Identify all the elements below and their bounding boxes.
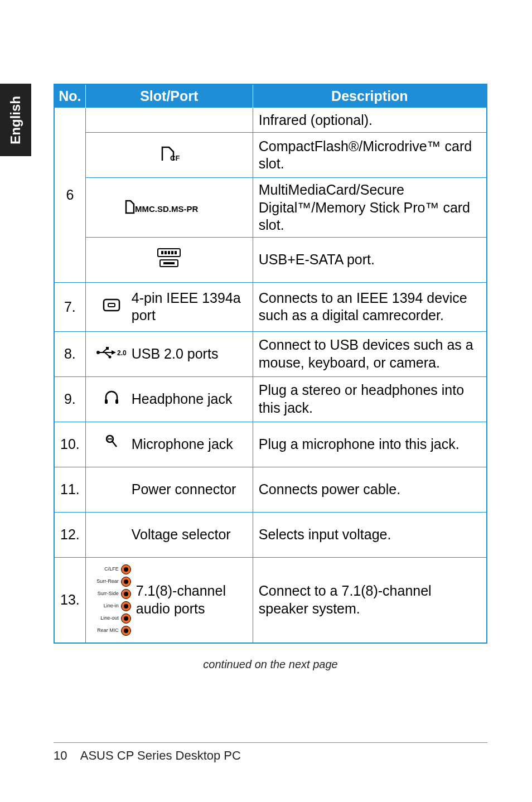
svg-rect-21 <box>115 399 118 404</box>
description-cell: Connects to an IEEE 1394 device such as … <box>253 283 487 332</box>
description-cell: MultiMediaCard/Secure Digital™/Memory St… <box>253 178 487 238</box>
svg-rect-10 <box>104 299 119 311</box>
description-cell: Connect to a 7.1(8)-channel speaker syst… <box>253 557 487 643</box>
table-row: 11. Power connector Connects power cable… <box>54 467 487 512</box>
slotport-cell: 2.0 USB 2.0 ports <box>85 331 253 376</box>
audio-jack-icon <box>121 626 131 636</box>
table-row: 10. <box>54 422 487 467</box>
slot-label: Headphone jack <box>132 387 247 411</box>
firewire-icon <box>103 298 120 316</box>
continued-caption: continued on the next page <box>54 658 487 671</box>
microphone-icon <box>104 434 119 454</box>
svg-rect-15 <box>106 347 109 350</box>
main-content: No. Slot/Port Description 6 Infrared (op… <box>54 84 487 671</box>
audio-port-label: Surr-Side <box>96 591 119 597</box>
table-row: 13. C/LFE Surr-Rear Surr-Side Line-in Li… <box>54 557 487 643</box>
audio-jack-icon <box>121 577 131 587</box>
row-num: 12. <box>54 512 85 557</box>
audio-port-label: Line-in <box>96 603 119 609</box>
slot-label: 4-pin IEEE 1394a port <box>132 286 247 328</box>
description-cell: USB+E-SATA port. <box>253 238 487 283</box>
svg-point-17 <box>108 355 111 358</box>
svg-rect-9 <box>163 262 175 264</box>
footer-title: ASUS CP Series Desktop PC <box>80 748 241 762</box>
cf-card-icon: CF <box>158 145 180 166</box>
usb-esata-icon <box>152 247 186 273</box>
slotport-cell: C/LFE Surr-Rear Surr-Side Line-in Line-o… <box>85 557 253 643</box>
svg-rect-5 <box>168 251 170 254</box>
audio-jack-icon <box>121 589 131 599</box>
col-header-no: No. <box>54 84 85 108</box>
svg-rect-6 <box>171 251 173 254</box>
svg-line-25 <box>112 441 117 447</box>
table-row: 12. Voltage selector Selects input volta… <box>54 512 487 557</box>
description-cell: Selects input voltage. <box>253 512 487 557</box>
slotport-cell: Microphone jack <box>85 422 253 467</box>
row-num: 7. <box>54 283 85 332</box>
svg-text:MMC.SD.MS-PR: MMC.SD.MS-PR <box>135 204 198 214</box>
audio-jack-icon <box>121 601 131 611</box>
table-row: CF CompactFlash®/Microdrive™ card slot. <box>54 133 487 178</box>
audio-ports-icon: C/LFE Surr-Rear Surr-Side Line-in Line-o… <box>94 561 133 639</box>
slotport-cell: Power connector <box>85 467 253 512</box>
row-num: 11. <box>54 467 85 512</box>
col-header-slotport: Slot/Port <box>85 84 253 108</box>
language-tab-label: English <box>8 96 23 144</box>
description-cell: Connects power cable. <box>253 467 487 512</box>
row-num: 8. <box>54 331 85 376</box>
svg-text:CF: CF <box>170 154 180 162</box>
svg-rect-7 <box>175 251 177 254</box>
audio-port-label: C/LFE <box>96 566 119 572</box>
slotport-cell <box>85 238 253 283</box>
slotport-cell <box>85 108 253 133</box>
description-cell: Plug a stereo or headphones into this ja… <box>253 376 487 422</box>
page-number: 10 <box>54 748 67 762</box>
table-row: USB+E-SATA port. <box>54 238 487 283</box>
table-row: 7. 4-pin IEEE 1394a port <box>54 283 487 332</box>
description-cell: Plug a microphone into this jack. <box>253 422 487 467</box>
page-footer: 10 ASUS CP Series Desktop PC <box>54 742 487 763</box>
audio-jack-icon <box>121 613 131 624</box>
svg-rect-20 <box>105 399 108 404</box>
language-tab: English <box>0 84 31 156</box>
svg-line-16 <box>105 352 109 356</box>
col-header-description: Description <box>253 84 487 108</box>
audio-port-label: Line-out <box>96 615 119 621</box>
table-row: MMC.SD.MS-PR MultiMediaCard/Secure Digit… <box>54 178 487 238</box>
svg-rect-3 <box>161 251 163 254</box>
slot-label: Voltage selector <box>132 523 247 547</box>
svg-rect-4 <box>165 251 167 254</box>
slotport-cell: Voltage selector <box>85 512 253 557</box>
usb-icon: 2.0 <box>95 345 128 363</box>
slot-label: Power connector <box>132 477 247 501</box>
row-num: 9. <box>54 376 85 422</box>
audio-port-label: Rear MIC <box>96 627 119 634</box>
slot-label: Microphone jack <box>132 432 247 456</box>
row-num: 10. <box>54 422 85 467</box>
svg-marker-18 <box>112 350 116 355</box>
slotport-cell: 4-pin IEEE 1394a port <box>85 283 253 332</box>
description-cell: CompactFlash®/Microdrive™ card slot. <box>253 133 487 178</box>
headphone-icon <box>103 389 120 409</box>
slotport-cell: CF <box>85 133 253 178</box>
mmc-card-icon: MMC.SD.MS-PR <box>122 197 216 218</box>
description-cell: Connect to USB devices such as a mouse, … <box>253 331 487 376</box>
slot-label: 7.1(8)-channel audio ports <box>136 579 247 621</box>
description-cell: Infrared (optional). <box>253 108 487 133</box>
table-row: 9. Headphone jack <box>54 376 487 422</box>
slot-label: USB 2.0 ports <box>132 342 247 366</box>
table-row: 8. <box>54 331 487 376</box>
svg-rect-11 <box>108 303 115 307</box>
audio-port-label: Surr-Rear <box>96 578 119 584</box>
table-row: 6 Infrared (optional). <box>54 108 487 133</box>
row-num: 6 <box>54 108 85 283</box>
slotport-cell: MMC.SD.MS-PR <box>85 178 253 238</box>
audio-jack-icon <box>121 564 131 574</box>
ports-table: No. Slot/Port Description 6 Infrared (op… <box>54 84 487 644</box>
slotport-cell: Headphone jack <box>85 376 253 422</box>
svg-text:2.0: 2.0 <box>117 349 127 357</box>
row-num: 13. <box>54 557 85 643</box>
